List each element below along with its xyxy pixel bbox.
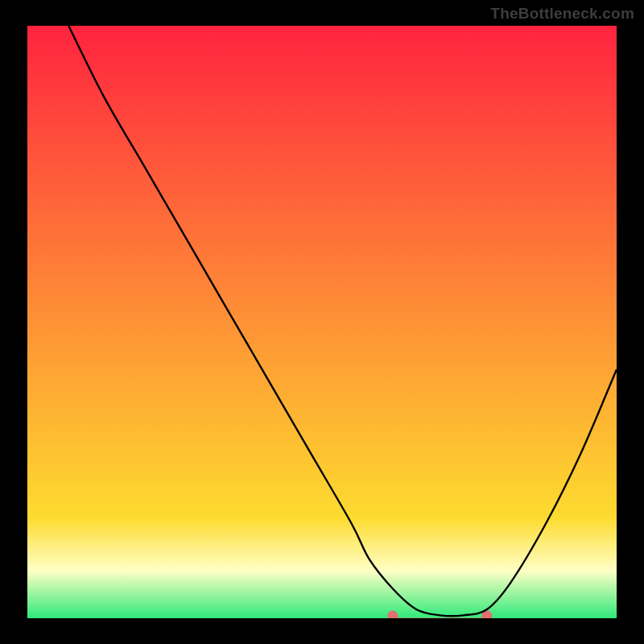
gradient-panel <box>27 26 617 618</box>
chart-svg <box>27 26 617 618</box>
watermark-text: TheBottleneck.com <box>490 5 634 23</box>
chart-plot <box>27 26 617 618</box>
chart-stage: TheBottleneck.com <box>0 0 644 644</box>
